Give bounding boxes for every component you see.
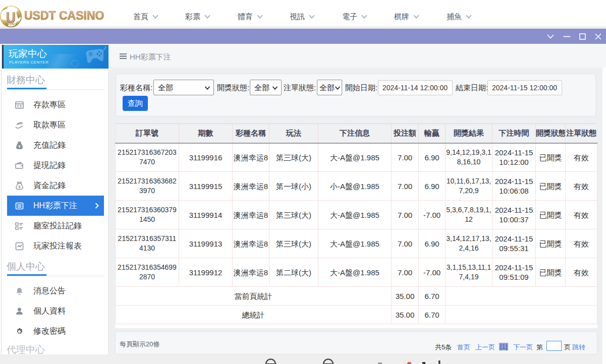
svg-text:$: $	[18, 185, 21, 189]
svg-text:¥: ¥	[19, 144, 21, 148]
svg-text:CASINO: CASINO	[5, 23, 17, 26]
